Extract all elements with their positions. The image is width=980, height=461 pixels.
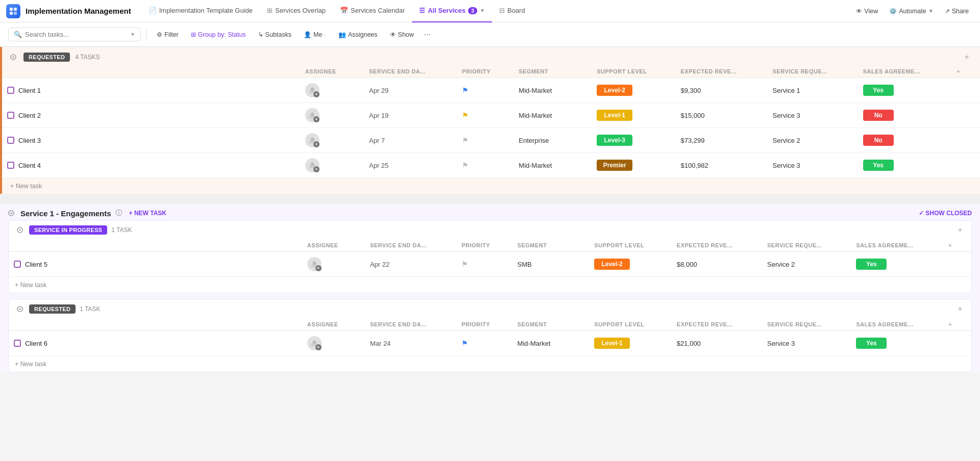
- info-icon[interactable]: ⓘ: [115, 209, 122, 218]
- requested-top-section: REQUESTED 4 TASKS + ASSIGNEE SERVICE END…: [0, 47, 980, 194]
- sip-col-name: [9, 239, 302, 252]
- priority-flag-icon: ⚑: [462, 86, 469, 94]
- add-sip-button[interactable]: +: [955, 225, 965, 235]
- sip-col-add[interactable]: +: [943, 239, 971, 252]
- add-column-button[interactable]: +: [962, 52, 972, 62]
- task-checkbox[interactable]: [7, 137, 14, 144]
- assignees-button[interactable]: 👥 Assignees: [333, 29, 383, 41]
- sales-cell: No: [858, 103, 952, 128]
- task-name-text[interactable]: Client 1: [18, 87, 41, 94]
- chevron-down-icon[interactable]: ▼: [480, 8, 485, 13]
- service-cell: Service 3: [768, 153, 858, 178]
- show-closed-button[interactable]: ✓ SHOW CLOSED: [919, 210, 972, 217]
- req-inner-col-service: SERVICE REQUE...: [762, 318, 851, 331]
- sales-badge: Yes: [856, 338, 887, 349]
- search-input[interactable]: [25, 31, 127, 38]
- task-name-text[interactable]: Client 3: [18, 137, 41, 144]
- priority-flag-icon: ⚑: [462, 136, 469, 144]
- support-cell: Level-2: [592, 78, 675, 103]
- service1-new-task-button[interactable]: + NEW TASK: [126, 209, 169, 218]
- sip-col-support: SUPPORT LEVEL: [589, 239, 672, 252]
- sales-cell: No: [858, 128, 952, 153]
- req-inner-task-count: 1 TASK: [80, 305, 100, 313]
- share-button[interactable]: ↗ Share: [940, 6, 974, 17]
- assignee-cell: +: [300, 103, 364, 128]
- task-name-cell: Client 6: [9, 331, 302, 356]
- view-button[interactable]: 👁 View: [851, 6, 883, 17]
- add-assignee-icon[interactable]: +: [313, 166, 320, 172]
- sip-new-task-button[interactable]: + New task: [15, 281, 46, 289]
- me-button[interactable]: 👤 Me ·: [299, 29, 331, 41]
- sales-cell: Yes: [851, 331, 943, 356]
- group-by-button[interactable]: ⊞ Group by: Status: [186, 29, 251, 41]
- tab-services-calendar[interactable]: 📅 Services Calendar: [333, 0, 412, 22]
- nav-tabs: 📄 Implementation Template Guide ⊞ Servic…: [141, 0, 851, 22]
- add-assignee-icon[interactable]: +: [315, 265, 322, 271]
- support-badge: Level-1: [594, 338, 630, 349]
- task-name-text[interactable]: Client 4: [18, 162, 41, 169]
- task-checkbox[interactable]: [14, 261, 21, 268]
- subtasks-button[interactable]: ↳ Subtasks: [253, 29, 297, 41]
- task-name-text[interactable]: Client 2: [18, 112, 41, 119]
- svg-rect-2: [10, 12, 13, 15]
- task-name-cell: Client 1: [2, 78, 300, 103]
- requested-inner-header: REQUESTED 1 TASK +: [9, 300, 971, 318]
- tab-board[interactable]: ⊟ Board: [492, 0, 532, 22]
- priority-cell: ⚑: [456, 331, 512, 356]
- search-box[interactable]: 🔍 ▼: [8, 28, 141, 41]
- assignee-cell: +: [300, 153, 364, 178]
- add-assignee-icon[interactable]: +: [315, 344, 322, 350]
- tab-services-overlap[interactable]: ⊞ Services Overlap: [260, 0, 333, 22]
- req-inner-col-priority: PRIORITY: [456, 318, 512, 331]
- req-inner-col-add[interactable]: +: [943, 318, 971, 331]
- req-inner-col-sales: SALES AGREEME...: [851, 318, 943, 331]
- task-name-cell: Client 5: [9, 252, 302, 277]
- revenue-cell: $21,000: [672, 331, 762, 356]
- tab-all-services[interactable]: ☰ All Services 3 ▼: [412, 0, 492, 22]
- tab-impl-template[interactable]: 📄 Implementation Template Guide: [141, 0, 260, 22]
- toolbar: 🔍 ▼ ⚙ Filter ⊞ Group by: Status ↳ Subtas…: [0, 22, 980, 47]
- more-options-button[interactable]: ···: [421, 28, 434, 41]
- sip-table: ASSIGNEE SERVICE END DA... PRIORITY SEGM…: [9, 239, 971, 277]
- collapse-requested-button[interactable]: [8, 52, 18, 62]
- segment-cell: SMB: [512, 252, 590, 277]
- search-chevron-icon[interactable]: ▼: [130, 32, 135, 37]
- col-header-add[interactable]: +: [951, 65, 980, 78]
- add-req-inner-button[interactable]: +: [955, 304, 965, 314]
- col-header-assignee: ASSIGNEE: [300, 65, 364, 78]
- service1-group: Service 1 - Engagements ⓘ + NEW TASK ✓ S…: [0, 204, 980, 372]
- task-checkbox[interactable]: [14, 340, 21, 347]
- collapse-service1-button[interactable]: [6, 208, 16, 218]
- task-checkbox[interactable]: [7, 162, 14, 169]
- me-dot: ·: [324, 31, 326, 38]
- req-inner-new-task-button[interactable]: + New task: [15, 361, 46, 368]
- req-inner-col-assignee: ASSIGNEE: [302, 318, 365, 331]
- sip-col-segment: SEGMENT: [512, 239, 590, 252]
- req-inner-badge: REQUESTED: [29, 304, 76, 314]
- automate-button[interactable]: ⚙️ Automate ▼: [884, 6, 938, 17]
- priority-cell: ⚑: [457, 78, 513, 103]
- support-cell: Level-3: [592, 128, 675, 153]
- task-checkbox[interactable]: [7, 87, 14, 94]
- collapse-req-inner-button[interactable]: [15, 304, 25, 314]
- revenue-cell: $100,982: [676, 153, 768, 178]
- filter-button[interactable]: ⚙ Filter: [152, 29, 184, 41]
- task-name-text[interactable]: Client 6: [25, 340, 47, 347]
- support-cell: Level-2: [589, 252, 672, 277]
- new-task-button-top[interactable]: + New task: [10, 183, 42, 190]
- filter-icon: ⚙: [157, 31, 162, 38]
- task-name-text[interactable]: Client 5: [25, 261, 47, 268]
- add-assignee-icon[interactable]: +: [313, 91, 320, 97]
- show-button[interactable]: 👁 Show: [385, 29, 419, 41]
- date-cell: Apr 29: [364, 78, 457, 103]
- task-checkbox[interactable]: [7, 112, 14, 119]
- priority-flag-icon: ⚑: [462, 111, 469, 119]
- collapse-sip-button[interactable]: [15, 225, 25, 235]
- row-options-cell: [951, 78, 980, 103]
- support-badge: Level-2: [594, 259, 630, 270]
- view-icon: 👁: [856, 8, 862, 15]
- table-row: Client 1 + Apr 29 ⚑ Mid-Market Level-2 $…: [2, 78, 980, 103]
- table-row: Client 2 + Apr 19 ⚑ Mid-Market Level-1 $…: [2, 103, 980, 128]
- add-assignee-icon[interactable]: +: [313, 116, 320, 122]
- add-assignee-icon[interactable]: +: [313, 141, 320, 147]
